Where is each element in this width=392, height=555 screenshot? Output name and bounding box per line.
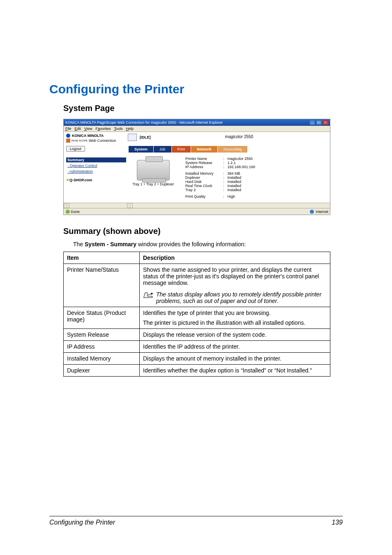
detail-harddisk-label: Hard Disk <box>184 180 221 184</box>
detail-ip-label: IP Address <box>184 165 221 169</box>
detail-ip-value: 192.168.001.190 <box>226 165 257 169</box>
row-item: System Release <box>64 329 140 341</box>
detail-duplexer-value: Installed <box>226 176 257 180</box>
detail-tray2-value: Installed <box>226 188 257 192</box>
pagescope-icon <box>66 139 70 143</box>
brand-name: KONICA MINOLTA <box>72 134 104 138</box>
menu-edit[interactable]: Edit <box>75 127 81 131</box>
menu-file[interactable]: File <box>65 127 71 131</box>
row-item: IP Address <box>64 341 140 353</box>
table-header-item: Item <box>64 252 140 264</box>
printer-illustration-caption: Tray 1 + Tray 2 + Duplexer <box>129 182 178 186</box>
row-desc: Identifies the IP address of the printer… <box>140 341 330 353</box>
detail-memory-value: 384 MB <box>226 171 257 176</box>
detail-printer-name-label: Printer Name <box>184 157 221 161</box>
detail-rtc-value: Installed <box>226 184 257 188</box>
row-note: The status display allows you to remotel… <box>156 291 327 304</box>
window-titlebar: KONICA MINOLTA PageScope Web Connection … <box>64 119 330 126</box>
maximize-icon[interactable]: ▭ <box>316 120 322 125</box>
row-item: Installed Memory <box>64 353 140 365</box>
detail-system-release-label: System Release <box>184 161 221 165</box>
detail-tray2-label: Tray 2 <box>184 188 221 192</box>
section-summary: Summary (shown above) <box>49 227 343 236</box>
tab-job[interactable]: Job <box>154 146 172 153</box>
row-desc: Displays the amount of memory installed … <box>140 353 330 365</box>
detail-rtc-label: Real Time Clock <box>184 184 221 188</box>
row-desc: Identifies whether the duplex option is … <box>140 365 330 377</box>
row-desc: Shows the name assigned to your printer,… <box>140 264 330 307</box>
window-title-text: KONICA MINOLTA PageScope Web Connection … <box>65 120 223 125</box>
scroll-right-icon[interactable]: › <box>127 204 133 208</box>
detail-harddisk-value: Installed <box>226 180 257 184</box>
nav-operator-control[interactable]: - Operator Control <box>66 163 126 168</box>
horizontal-scrollbar[interactable]: ‹ › <box>64 203 330 208</box>
logout-button[interactable]: Logout <box>66 146 85 152</box>
printer-status-text: [IDLE] <box>140 135 151 139</box>
browser-menubar: File Edit View Favorites Tools Help <box>64 126 330 132</box>
scroll-left-icon[interactable]: ‹ <box>64 204 69 208</box>
minimize-icon[interactable]: _ <box>309 120 315 125</box>
close-icon[interactable]: × <box>323 120 328 125</box>
menu-tools[interactable]: Tools <box>114 127 122 131</box>
detail-print-quality-label: Print Quality <box>184 194 221 199</box>
table-row: System Release Displays the release vers… <box>64 329 330 341</box>
table-row: Duplexer Identifies whether the duplex o… <box>64 365 330 377</box>
nav-administration[interactable]: - Administration <box>66 169 126 174</box>
table-row: Installed Memory Displays the amount of … <box>64 353 330 365</box>
pagescope-prefix: PAGE SCOPE <box>71 139 88 142</box>
internet-zone-icon <box>310 210 314 214</box>
detail-memory-label: Installed Memory <box>184 171 221 176</box>
note-icon <box>143 291 154 299</box>
tab-print[interactable]: Print <box>172 146 191 153</box>
row-item: Duplexer <box>64 365 140 377</box>
printer-status-icon <box>128 134 137 141</box>
printer-model-header: magicolor 2550 <box>151 134 328 139</box>
tab-accounting[interactable]: Accounting <box>218 146 248 153</box>
tab-network[interactable]: Network <box>191 146 218 153</box>
nav-summary[interactable]: Summary <box>66 157 126 162</box>
detail-duplexer-label: Duplexer <box>184 176 221 180</box>
page-number: 139 <box>332 519 343 526</box>
detail-system-release-value: 1.2.1 <box>226 161 257 165</box>
row-item: Printer Name/Status <box>64 264 140 307</box>
row-desc: Displays the release version of the syst… <box>140 329 330 341</box>
footer-title: Configuring the Printer <box>49 519 115 526</box>
table-header-description: Description <box>140 252 330 264</box>
menu-favorites[interactable]: Favorites <box>95 127 111 131</box>
status-done: 🟢 Done <box>65 210 80 214</box>
row-desc: Identifies the type of printer that you … <box>140 307 330 329</box>
status-zone: Internet <box>316 210 328 214</box>
browser-screenshot: KONICA MINOLTA PageScope Web Connection … <box>63 119 330 215</box>
description-table: Item Description Printer Name/Status Sho… <box>63 252 330 377</box>
menu-help[interactable]: Help <box>126 127 134 131</box>
qshop-link[interactable]: ✷Q-SHOP.com <box>66 178 126 182</box>
detail-printer-name-value: magicolor 2550 <box>226 157 257 161</box>
printer-illustration <box>137 160 170 180</box>
menu-view[interactable]: View <box>84 127 92 131</box>
table-row: Device Status (Product image) Identifies… <box>64 307 330 329</box>
detail-print-quality-value: High <box>226 194 257 199</box>
section-system-page: System Page <box>49 104 343 113</box>
intro-text: The System - Summary window provides the… <box>49 241 343 247</box>
row-item: Device Status (Product image) <box>64 307 140 329</box>
page-title: Configuring the Printer <box>49 82 343 96</box>
table-row: IP Address Identifies the IP address of … <box>64 341 330 353</box>
km-logo-icon <box>66 134 70 138</box>
web-connection-label: Web Connection <box>89 139 116 143</box>
table-row: Printer Name/Status Shows the name assig… <box>64 264 330 307</box>
tab-system[interactable]: System <box>129 146 154 153</box>
